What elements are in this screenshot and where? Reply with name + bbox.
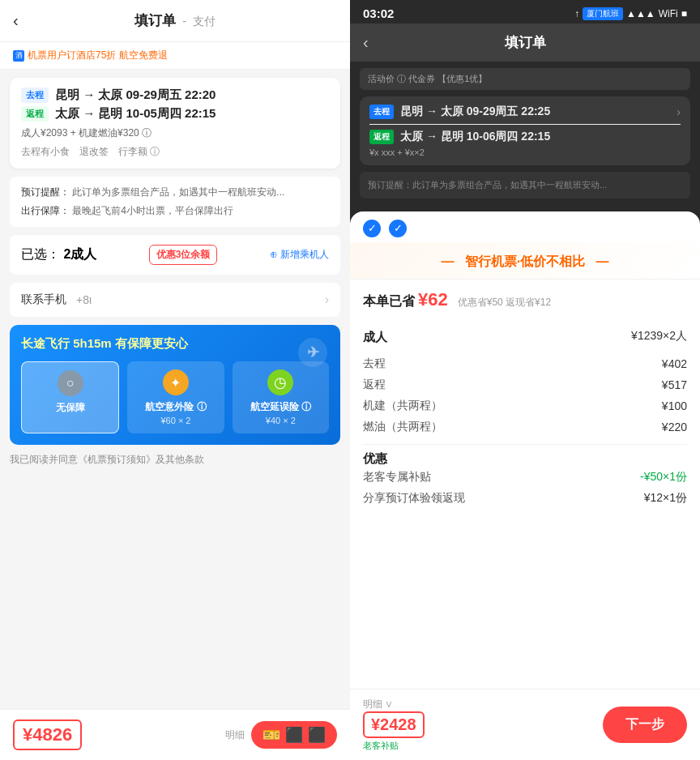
right-detail-label[interactable]: 明细 ∨ <box>363 698 425 711</box>
old-customer-line: 老客专属补贴 -¥50×1份 <box>363 467 687 488</box>
price-row-left: 成人¥2093 + 机建燃油¥320 ⓘ <box>21 126 329 140</box>
savings-amount: ¥62 <box>418 289 448 310</box>
left-header: ‹ 填订单 - 支付 <box>0 0 350 42</box>
left-bottom-bar: ¥4826 明细 🎫 ⬛ ⬛ <box>0 709 350 760</box>
next-step-button[interactable]: 下一步 <box>603 707 687 743</box>
add-passenger-button[interactable]: ⊕ 新增乘机人 <box>270 248 329 262</box>
contact-input[interactable]: +8ι <box>76 293 318 306</box>
right-return-tag: 返程 <box>369 130 394 144</box>
adult-total: ¥1239×2人 <box>631 329 687 344</box>
insurance-name-none: 无保障 <box>30 401 110 415</box>
savings-row: 本单已省 ¥62 优惠省¥50 返现省¥12 <box>350 280 700 315</box>
airport-tax-label: 机建（共两程） <box>363 399 442 413</box>
right-total-area: 明细 ∨ ¥2428 老客补贴 <box>363 698 425 752</box>
no-coverage-icon: ○ <box>58 370 83 396</box>
insurance-options: ○ 无保障 ✦ 航空意外险 ⓘ ¥60 × 2 ◷ 航空延误险 ⓘ ¥40 × … <box>21 361 329 433</box>
cashback-line: 分享预订体验领返现 ¥12×1份 <box>363 488 687 509</box>
right-outbound-tag: 去程 <box>369 105 394 119</box>
right-arrow-out[interactable]: › <box>677 105 681 118</box>
flight-options: 去程有小食 退改签 行李额 ⓘ <box>21 145 329 159</box>
insurance-name-accident: 航空意外险 ⓘ <box>135 400 216 414</box>
notice2-title: 出行保障： <box>21 205 70 216</box>
right-total-price[interactable]: ¥2428 <box>363 711 425 738</box>
fuel-tax-label: 燃油（共两程） <box>363 420 442 434</box>
terms-row: 我已阅读并同意《机票预订须知》及其他条款 <box>10 453 340 467</box>
contact-label: 联系手机 <box>21 292 70 307</box>
right-bottom-bar: 明细 ∨ ¥2428 老客补贴 下一步 <box>350 689 700 760</box>
fuel-tax-line: 燃油（共两程） ¥220 <box>363 416 687 438</box>
comparison-popup: ✓ ✓ — 智行机票·低价不相比 — 本单已省 ¥62 优惠省¥50 返现省¥1… <box>350 211 700 761</box>
airport-tax-line: 机建（共两程） ¥100 <box>363 395 687 416</box>
page-title-left: 填订单 - 支付 <box>134 11 216 30</box>
back-button-left[interactable]: ‹ <box>13 11 19 30</box>
passenger-row: 已选： 2成人 优惠3位余额 ⊕ 新增乘机人 <box>10 235 340 275</box>
popup-brand-title: — 智行机票·低价不相比 — <box>363 254 687 271</box>
detail-label-left[interactable]: 明细 <box>225 728 245 742</box>
battery-icon: ■ <box>681 8 687 19</box>
right-notice: 预订提醒：此订单为多票组合产品，如遇其中一程航班安动... <box>360 172 690 199</box>
wifi-icon: WiFi <box>659 8 678 19</box>
terms-text: 我已阅读并同意《机票预订须知》及其他条款 <box>10 454 204 465</box>
bar-icon-2: ⬛ <box>285 726 303 744</box>
fuel-tax-value: ¥220 <box>662 421 687 433</box>
right-return-row: 返程 太原 → 昆明 10-06周四 22:15 <box>369 130 681 144</box>
insurance-price-accident: ¥60 × 2 <box>135 416 216 425</box>
page-title-right: 填订单 <box>505 33 546 52</box>
adult-section-header: 成人 ¥1239×2人 <box>363 320 687 353</box>
upload-icon: ↑ <box>574 8 579 19</box>
airline-badge: 厦门航班 <box>583 7 623 20</box>
discount-section-header: 优惠 <box>363 451 687 467</box>
icon-bar-group[interactable]: 🎫 ⬛ ⬛ <box>251 721 337 749</box>
insurance-option-accident[interactable]: ✦ 航空意外险 ⓘ ¥60 × 2 <box>127 361 224 433</box>
option-luggage[interactable]: 行李额 ⓘ <box>118 145 160 159</box>
insurance-name-delay: 航空延误险 ⓘ <box>241 400 321 414</box>
check-icon-1: ✓ <box>363 220 381 237</box>
outbound-row: 去程 昆明 → 太原 09-29周五 22:20 <box>21 88 329 103</box>
outbound-price-line: 去程 ¥402 <box>363 353 687 374</box>
option-refund[interactable]: 退改签 <box>79 145 109 159</box>
insurance-card: 长途飞行 5h15m 有保障更安心 ✈ ○ 无保障 ✦ 航空意外险 ⓘ ¥60 … <box>10 325 340 445</box>
outbound-tag: 去程 <box>21 88 49 103</box>
outbound-price-value: ¥402 <box>662 357 687 370</box>
cashback-label: 分享预订体验领返现 <box>363 491 465 506</box>
insurance-price-delay: ¥40 × 2 <box>241 416 321 425</box>
right-promo[interactable]: 活动价 ⓘ 代金券 【优惠1优】 <box>360 68 690 90</box>
return-route: 太原 → 昆明 10-05周四 22:15 <box>55 106 216 122</box>
right-outbound-row: 去程 昆明 → 太原 09-29周五 22:25 › <box>369 105 681 119</box>
contact-arrow: › <box>325 292 329 307</box>
return-row: 返程 太原 → 昆明 10-05周四 22:15 <box>21 106 329 122</box>
status-time: 03:02 <box>363 6 394 20</box>
delay-icon: ◷ <box>267 369 293 395</box>
flight-info-card: 去程 昆明 → 太原 09-29周五 22:20 返程 太原 → 昆明 10-0… <box>10 78 340 169</box>
outbound-label: 去程 <box>363 357 386 371</box>
insurance-option-none[interactable]: ○ 无保障 <box>21 361 119 433</box>
promo-banner-left[interactable]: 酒 机票用户订酒店75折 航空免费退 <box>0 42 350 70</box>
contact-row: 联系手机 +8ι › <box>10 283 340 317</box>
divider-1 <box>363 444 687 445</box>
total-price-left[interactable]: ¥4826 <box>13 719 82 750</box>
status-bar: 03:02 ↑ 厦门航班 ▲▲▲ WiFi ■ <box>350 0 700 23</box>
back-button-right[interactable]: ‹ <box>363 33 369 52</box>
discount-title: 优惠 <box>363 451 387 465</box>
status-icons: ↑ 厦门航班 ▲▲▲ WiFi ■ <box>574 7 687 20</box>
right-return-route: 太原 → 昆明 10-06周四 22:15 <box>400 130 550 144</box>
adult-title: 成人 <box>363 330 387 345</box>
right-panel: 03:02 ↑ 厦门航班 ▲▲▲ WiFi ■ ‹ 填订单 活动价 ⓘ 代金券 … <box>350 0 700 760</box>
flight-divider <box>369 124 681 125</box>
notice-title: 预订提醒： <box>21 186 70 198</box>
popup-brand: — 智行机票·低价不相比 — <box>350 242 700 280</box>
svg-text:✈: ✈ <box>307 344 319 361</box>
signal-icon: ▲▲▲ <box>626 8 655 19</box>
discount-badge[interactable]: 优惠3位余额 <box>149 245 218 265</box>
savings-label: 本单已省 <box>363 293 415 310</box>
old-customer-label: 老客专属补贴 <box>363 470 431 485</box>
bottom-controls: 明细 🎫 ⬛ ⬛ <box>225 721 337 749</box>
notice-box: 预订提醒： 此订单为多票组合产品，如遇其中一程航班安动... 出行保障： 最晚起… <box>10 177 340 227</box>
return-price-value: ¥517 <box>662 378 687 391</box>
insurance-option-delay[interactable]: ◷ 航空延误险 ⓘ ¥40 × 2 <box>233 361 329 433</box>
price-breakdown: 成人 ¥1239×2人 去程 ¥402 返程 ¥517 机建（共两程） ¥100… <box>350 315 700 690</box>
passenger-count: 2成人 <box>63 247 96 261</box>
option-meal[interactable]: 去程有小食 <box>21 145 70 159</box>
check-icon-2: ✓ <box>389 220 407 237</box>
insurance-card-title: 长途飞行 5h15m 有保障更安心 ✈ <box>21 336 329 352</box>
